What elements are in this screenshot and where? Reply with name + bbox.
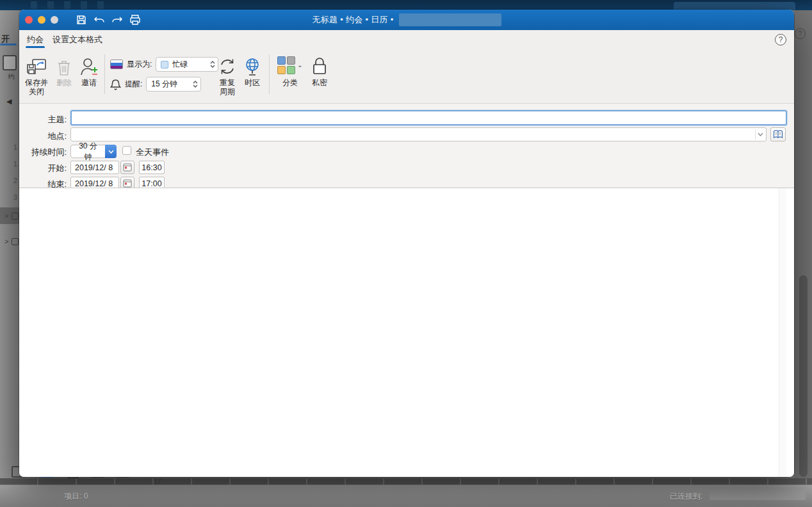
window-titlebar[interactable]: 无标题 • 约会 • 日历 • bbox=[19, 10, 794, 30]
save-close-button[interactable]: 保存并 关闭 bbox=[23, 54, 50, 96]
close-window-button[interactable] bbox=[25, 16, 33, 24]
duration-dropdown[interactable]: 30 分钟 bbox=[70, 145, 117, 158]
background-toolbar-icons bbox=[31, 1, 108, 9]
delete-button: 删除 bbox=[53, 54, 76, 87]
start-date-field[interactable]: 2019/12/ 8 bbox=[70, 161, 119, 174]
popup-chevron-icon bbox=[105, 145, 117, 158]
minimize-window-button[interactable] bbox=[38, 16, 45, 24]
invite-attendees-icon bbox=[77, 54, 101, 76]
background-tab-underline bbox=[0, 44, 17, 45]
mini-calendar-number: 1 bbox=[13, 160, 17, 168]
start-time-field[interactable]: 16:30 bbox=[139, 161, 165, 174]
recurrence-button[interactable]: 重复 周期 bbox=[215, 54, 240, 96]
start-label: 开始: bbox=[19, 163, 67, 174]
mini-calendar-number: 3 bbox=[13, 193, 17, 201]
subject-input[interactable] bbox=[70, 110, 787, 125]
reminder-label: 提醒: bbox=[125, 79, 142, 90]
redo-icon[interactable] bbox=[111, 14, 123, 26]
body-scrollbar-track[interactable] bbox=[779, 188, 786, 477]
private-button[interactable]: 私密 bbox=[309, 54, 330, 87]
tab-format-text[interactable]: 设置文本格式 bbox=[53, 30, 102, 49]
traffic-lights bbox=[25, 16, 58, 24]
background-appointment-icon bbox=[3, 55, 17, 70]
window-title: 无标题 • 约会 • 日历 • bbox=[312, 14, 393, 26]
folder-icon bbox=[12, 213, 19, 220]
all-day-label: 全天事件 bbox=[136, 147, 169, 158]
chevron-down-icon: ⌄ bbox=[297, 61, 302, 70]
ribbon-tab-bar: 约会 设置文本格式 ? bbox=[19, 30, 794, 49]
reminder-dropdown[interactable]: 15 分钟 bbox=[146, 77, 201, 92]
folder-row: > bbox=[0, 233, 19, 250]
categorize-button[interactable]: ⌄ 分类 bbox=[275, 54, 305, 87]
background-calendar-grid-edge bbox=[0, 478, 812, 485]
show-as-icon bbox=[110, 60, 123, 69]
background-appointment-label: 约 bbox=[8, 72, 15, 81]
collapse-sidebar-icon: ◀ bbox=[6, 97, 12, 106]
help-icon[interactable]: ? bbox=[775, 34, 786, 45]
background-sidebar: 开 约 ◀ 1 1 2 3 > > bbox=[0, 10, 19, 479]
busy-status-swatch bbox=[161, 61, 168, 68]
reminder-value: 15 分钟 bbox=[151, 79, 189, 90]
appointment-form: 主题: 地点: 持续时间: 30 分钟 bbox=[19, 104, 794, 188]
screen: 开 约 ◀ 1 1 2 3 > > ? 17 项目: 0 已连接到: bbox=[0, 0, 812, 507]
all-day-checkbox[interactable] bbox=[122, 146, 131, 155]
notes-body[interactable] bbox=[19, 188, 794, 477]
duration-label: 持续时间: bbox=[19, 147, 67, 158]
reminder-bell-icon bbox=[110, 79, 121, 90]
duration-value: 30 分钟 bbox=[71, 141, 105, 163]
connected-to-label: 已连接到: bbox=[670, 491, 702, 502]
appointment-window: 无标题 • 约会 • 日历 • 约会 设置文本格式 ? bbox=[19, 10, 794, 477]
categorize-icon bbox=[277, 56, 295, 74]
location-input[interactable] bbox=[70, 127, 767, 141]
redacted-account-name bbox=[710, 487, 806, 500]
status-bar: 项目: 0 已连接到: bbox=[0, 485, 812, 507]
background-calendar-date: 17 bbox=[154, 478, 161, 485]
ribbon-toolbar: 保存并 关闭 删除 bbox=[19, 49, 794, 104]
private-lock-icon bbox=[309, 54, 330, 76]
address-book-button[interactable] bbox=[770, 127, 786, 141]
subject-label: 主题: bbox=[19, 114, 67, 125]
background-scrollbar-thumb bbox=[799, 275, 808, 477]
mini-calendar-number: 2 bbox=[13, 177, 17, 184]
save-close-icon bbox=[23, 54, 50, 76]
location-dropdown-icon[interactable] bbox=[755, 129, 765, 140]
show-as-dropdown[interactable]: 忙碌 bbox=[156, 57, 218, 72]
items-count: 项目: 0 bbox=[64, 491, 88, 502]
trash-icon bbox=[53, 54, 76, 76]
invite-button[interactable]: 邀请 bbox=[77, 54, 101, 87]
show-as-label: 显示为: bbox=[127, 59, 152, 70]
folder-icon bbox=[12, 238, 19, 245]
background-help-icon: ? bbox=[795, 28, 806, 39]
redacted-account-title bbox=[399, 13, 501, 26]
location-label: 地点: bbox=[19, 131, 67, 142]
stepper-icon bbox=[193, 81, 198, 88]
recurrence-icon bbox=[215, 54, 240, 76]
tab-appointment[interactable]: 约会 bbox=[27, 30, 44, 49]
undo-icon[interactable] bbox=[93, 14, 105, 26]
start-date-picker-button[interactable] bbox=[120, 161, 134, 174]
timezone-globe-icon bbox=[242, 54, 263, 76]
background-main-titlebar bbox=[0, 0, 812, 10]
timezone-button[interactable]: 时区 bbox=[242, 54, 263, 87]
print-icon[interactable] bbox=[129, 14, 141, 26]
folder-row: > bbox=[0, 207, 19, 224]
show-as-value: 忙碌 bbox=[172, 59, 206, 70]
save-icon[interactable] bbox=[76, 14, 87, 26]
mini-calendar-number: 1 bbox=[13, 143, 17, 151]
zoom-window-button[interactable] bbox=[51, 16, 58, 24]
